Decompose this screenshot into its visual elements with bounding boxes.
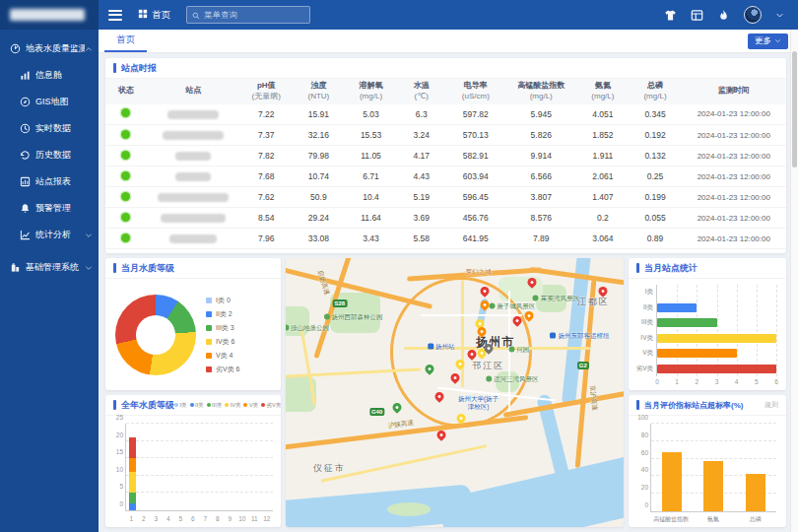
value-cell: 3.43 (345, 229, 397, 249)
station-name-redacted (163, 131, 224, 140)
legend-item: V类 (243, 402, 258, 409)
x-tick-label: 4 (163, 513, 175, 525)
map-label-park: 捺山地质公园 (286, 323, 329, 332)
value-cell: 0.345 (629, 104, 681, 125)
value-cell: 6.566 (505, 166, 576, 187)
table-row[interactable]: 7.6250.910.45.19596.453.8071.4070.199202… (105, 187, 786, 208)
avatar[interactable] (744, 6, 762, 24)
tab-home[interactable]: 首页 (104, 30, 147, 52)
sidebar-item-history[interactable]: 历史数据 (0, 142, 99, 168)
station-name-redacted (158, 193, 229, 202)
sidebar-item-stats-line[interactable]: 统计分析 (0, 222, 99, 248)
value-cell: 9.914 (505, 146, 576, 166)
map-pin-green[interactable] (391, 401, 404, 414)
topbar-home-link[interactable]: 首页 (138, 9, 170, 22)
legend-item: 劣V类 (261, 402, 281, 409)
more-button[interactable]: 更多 (748, 33, 788, 49)
home-grid-icon (138, 9, 148, 21)
map-label-park: 茱萸湾风景区 (533, 294, 579, 302)
sidebar-item-label: 信息舱 (35, 69, 62, 82)
vertical-scrollbar[interactable] (790, 30, 798, 532)
rules-link[interactable]: 规则 (765, 400, 778, 410)
sidebar-item-report[interactable]: 站点报表 (0, 168, 99, 195)
value-cell: 10.74 (293, 166, 345, 187)
sidebar-item-label: 实时数据 (35, 122, 71, 135)
value-cell: 5.03 (345, 104, 397, 125)
history-icon (20, 150, 31, 161)
legend-item: V类 4 (206, 351, 240, 361)
month-bar (227, 424, 233, 510)
y-tick-label: 40 (641, 466, 648, 473)
value-cell: 7.68 (240, 166, 293, 187)
map-label-park: 唐子城风景区 (489, 302, 535, 311)
menu-search[interactable] (186, 6, 310, 24)
station-table: 状态站点pH值(无量纲)浊度(NTU)溶解氧(mg/L)水温(℃)电导率(uS/… (105, 79, 786, 249)
sidebar-item-info-chart[interactable]: 信息舱 (0, 62, 99, 89)
column-header: 监测时间 (682, 79, 786, 104)
table-row[interactable]: 7.8279.9811.054.17582.919.9141.9110.1322… (105, 146, 786, 166)
search-input[interactable] (204, 10, 304, 20)
value-cell: 5.826 (505, 125, 576, 146)
column-header: 溶解氧(mg/L) (345, 79, 397, 104)
annual-grade-title: 全年水质等级 (121, 399, 174, 412)
app-logo (0, 0, 99, 30)
table-row[interactable]: 7.6810.746.714.43603.946.5662.0610.25202… (105, 166, 786, 187)
scrollbar-thumb[interactable] (792, 51, 797, 167)
category-label: I类 (632, 285, 656, 300)
flame-icon[interactable] (717, 9, 730, 22)
x-tick-label: 6 (774, 376, 778, 388)
value-cell: 50.9 (293, 187, 345, 208)
status-dot-normal (121, 130, 130, 139)
column-header: 站点 (147, 79, 240, 104)
sidebar-section-surface-water[interactable]: 地表水质量监测系统 (0, 35, 99, 62)
station-name-redacted (167, 110, 219, 119)
map-label-park: 何园 (508, 345, 529, 354)
gauge-icon (10, 43, 21, 54)
value-cell: 15.53 (345, 125, 397, 146)
category-label: 劣V类 (632, 362, 656, 377)
table-row[interactable]: 7.3732.1615.533.24570.135.8261.8520.1922… (105, 125, 786, 146)
table-row[interactable]: 7.2215.915.036.3597.825.9454.0510.345202… (105, 104, 786, 125)
sidebar-item-label: 地表水质量监测系统 (26, 42, 85, 55)
bar (703, 461, 723, 511)
monthly-grade-title: 当月水质等级 (121, 262, 174, 275)
exceedance-rate-card: 当月评价指标站点超标率(%) 规则 020406080100 高锰酸盐指数氨氮总… (629, 395, 786, 527)
status-dot-normal (121, 213, 130, 222)
x-tick-label: 3 (715, 376, 719, 388)
status-dot-normal (121, 192, 130, 201)
category-label: V类 (632, 346, 656, 362)
x-tick-label: 0 (655, 376, 659, 388)
table-row[interactable]: 8.5429.2411.643.69456.768.5760.20.055202… (105, 208, 786, 229)
month-bar (215, 424, 222, 510)
sidebar-item-label: 基础管理系统 (26, 261, 79, 274)
table-row[interactable]: 7.9633.083.435.58641.957.893.0640.892024… (105, 229, 786, 249)
value-cell: 11.64 (345, 208, 397, 229)
map-label-park: 运河三湾风景区 (486, 374, 539, 383)
sidebar-item-label: 站点报表 (35, 175, 71, 188)
chevron-down-icon[interactable] (775, 11, 784, 20)
bar-V类 (657, 349, 737, 358)
legend-item: IV类 (225, 402, 240, 409)
sidebar-item-compass[interactable]: GIS地图 (0, 89, 99, 115)
legend-item: III类 (207, 402, 223, 409)
category-label: 高锰酸盐指数 (650, 513, 693, 525)
status-cell (105, 208, 147, 229)
sidebar-section-base-mgmt[interactable]: 基础管理系统 (0, 254, 99, 281)
bars (651, 424, 776, 511)
theme-skin-icon[interactable] (664, 9, 677, 22)
chevron-down-icon (85, 232, 93, 239)
x-tick-label: 11 (248, 513, 261, 525)
value-cell: 641.95 (445, 229, 505, 249)
sidebar-nav: 地表水质量监测系统信息舱GIS地图实时数据历史数据站点报表预警管理统计分析基础管… (0, 35, 99, 281)
x-tick-label: 4 (735, 376, 739, 388)
sidebar-item-clock[interactable]: 实时数据 (0, 115, 99, 142)
station-map[interactable]: 梦幻之城江都区唐子城风景区茱萸湾风景区扬州西部森林公园捺山地质公园扬州东部客运枢… (286, 258, 624, 527)
map-label-poi: 梦幻之城 (466, 267, 492, 276)
legend-item: III类 3 (206, 323, 240, 333)
hamburger-menu-icon[interactable] (108, 10, 122, 21)
value-cell: 4.17 (397, 146, 445, 166)
sidebar-item-alert-bell[interactable]: 预警管理 (0, 195, 99, 222)
layout-icon[interactable] (691, 9, 703, 22)
column-header: 电导率(uS/cm) (445, 79, 505, 104)
month-bar (154, 424, 161, 510)
